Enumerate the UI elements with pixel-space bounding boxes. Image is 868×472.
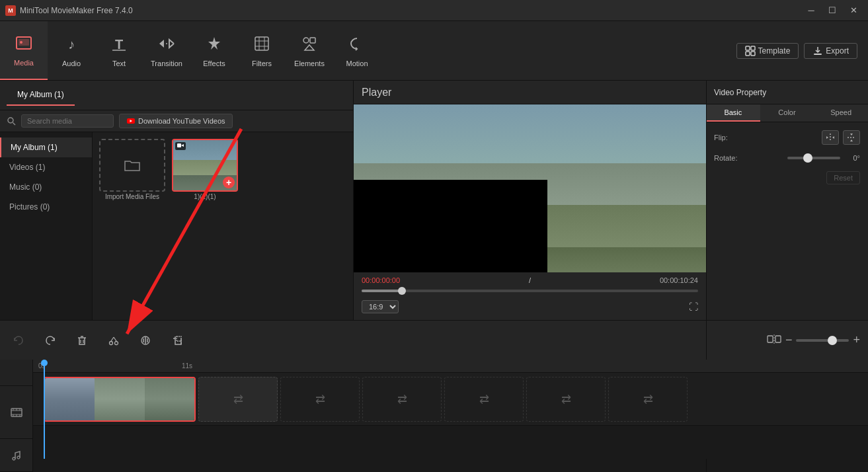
svg-point-54 [17,456,20,459]
split-icon[interactable] [767,333,781,348]
zoom-plus-button[interactable]: + [853,333,860,347]
redo-icon [44,334,56,346]
delete-button[interactable] [71,330,93,351]
empty-clip-4[interactable]: ⇄ [526,377,606,422]
rotate-label: Rotate: [714,154,737,162]
toolbar-media[interactable]: Media [0,21,48,80]
flip-controls [822,130,860,145]
audio-detach-button[interactable] [135,330,156,351]
cut-icon [108,334,120,346]
toolbar-transition[interactable]: Transition [143,21,190,80]
svg-rect-42 [775,336,781,342]
download-youtube-button[interactable]: Download YouTube Videos [119,114,233,128]
nav-my-album[interactable]: My Album (1) [0,138,92,157]
toolbar-effects[interactable]: Effects [190,21,238,80]
svg-point-21 [8,118,13,123]
crop-icon [171,334,183,346]
media-thumb[interactable]: + [172,139,238,192]
toolbar-text[interactable]: T Text [95,21,143,80]
seek-bar[interactable] [362,290,698,292]
svg-marker-7 [208,37,220,50]
timeline-content: 0s 11s ⇄ ⇄ ⇄ [33,360,868,472]
cut-button[interactable] [103,330,124,351]
import-media-label: Import Media Files [105,193,159,200]
svg-line-34 [111,337,114,341]
rotate-slider[interactable] [787,157,840,159]
close-button[interactable]: ✕ [844,4,863,17]
fullscreen-button[interactable]: ⛶ [689,301,698,312]
export-button[interactable]: Export [804,43,857,59]
rotate-row: Rotate: 0° [714,154,860,162]
toolbar-elements[interactable]: Elements [286,21,333,80]
track-labels [0,360,33,472]
video-track: ⇄ ⇄ ⇄ ⇄ ⇄ ⇄ [33,373,868,426]
right-panel: Video Property Basic Color Speed Flip: [706,81,868,320]
empty-clip-3[interactable]: ⇄ [444,377,524,422]
nav-pictures[interactable]: Pictures (0) [0,197,92,217]
transition-icon [157,34,176,57]
redo-button[interactable] [40,330,61,351]
player-section: Player [354,81,706,320]
prop-tab-speed[interactable]: Speed [814,104,868,122]
zoom-slider[interactable] [796,339,849,342]
toolbar-audio-label: Audio [62,59,81,67]
empty-clip-1[interactable]: ⇄ [280,377,360,422]
audio-track-icon-label [0,439,32,472]
zoom-handle[interactable] [828,336,837,345]
flip-vertical-button[interactable] [843,130,860,145]
prop-tab-color[interactable]: Color [760,104,814,122]
audio-detach-icon [139,334,151,346]
film-icon [10,406,23,419]
video-clip[interactable] [44,377,196,422]
aspect-ratio-select[interactable]: 16:9 9:16 4:3 1:1 [362,300,399,313]
left-main: My Album (1) Videos (1) Music (0) Pictur… [0,132,353,320]
reset-button[interactable]: Reset [826,171,860,184]
search-icon [7,116,16,126]
nav-music[interactable]: Music (0) [0,177,92,197]
folder-icon [123,156,141,175]
toolbar-motion-label: Motion [346,59,368,67]
app-title: MiniTool MovieMaker Free 7.4.0 [20,6,133,15]
template-button[interactable]: Template [736,43,799,59]
toolbar-audio[interactable]: ♪ Audio [48,21,95,80]
toolbar-elements-label: Elements [294,59,325,67]
left-panel-top: My Album (1) [0,81,353,110]
empty-clip-5[interactable]: ⇄ [608,377,688,422]
svg-line-22 [13,123,16,126]
import-media-button[interactable] [99,139,165,192]
toolbar-motion[interactable]: Motion [333,21,381,80]
zoom-controls: − + [767,333,860,348]
toolbar-filters[interactable]: Filters [238,21,286,80]
import-media-item: Import Media Files [99,139,165,200]
ruler-11s: 11s [182,362,192,370]
media-content: Import Media Files [93,132,353,320]
flip-horizontal-button[interactable] [822,130,839,145]
undo-button[interactable] [8,330,29,351]
timeline-playhead[interactable] [44,360,45,459]
svg-rect-41 [768,336,773,342]
toolbar-filters-label: Filters [252,59,272,67]
timeline-toolbar: − + [0,320,868,360]
search-input[interactable] [21,114,114,128]
minimize-button[interactable]: ─ [802,4,820,17]
zoom-minus-button[interactable]: − [785,333,793,347]
transition-clip-1[interactable]: ⇄ [198,377,278,422]
timeline: 0s 11s ⇄ ⇄ ⇄ [0,360,868,472]
empty-clip-2[interactable]: ⇄ [362,377,442,422]
title-bar-controls[interactable]: ─ ☐ ✕ [802,4,863,17]
playhead-head [41,360,48,366]
prop-tab-basic[interactable]: Basic [706,104,760,122]
add-to-timeline-button[interactable]: + [223,177,235,188]
my-album-tab[interactable]: My Album (1) [7,85,75,106]
title-bar: M MiniTool MovieMaker Free 7.4.0 ─ ☐ ✕ [0,0,868,21]
crop-button[interactable] [167,330,188,351]
rotate-handle[interactable] [803,153,812,163]
svg-marker-26 [181,144,184,147]
maximize-button[interactable]: ☐ [823,4,842,17]
video-track-icon-label [0,386,32,439]
nav-videos[interactable]: Videos (1) [0,157,92,177]
svg-rect-17 [751,46,755,50]
player-title: Player [362,87,391,98]
seek-handle[interactable] [398,287,406,295]
svg-rect-8 [255,37,268,50]
